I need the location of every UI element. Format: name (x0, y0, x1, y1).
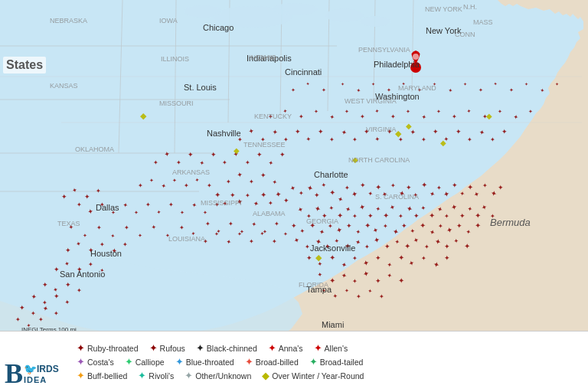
svg-text:✦: ✦ (398, 276, 404, 285)
svg-text:✦: ✦ (421, 136, 426, 143)
logo-idea-text: IDEA (24, 375, 59, 384)
svg-text:✦: ✦ (19, 304, 25, 312)
svg-text:✦: ✦ (260, 230, 265, 237)
svg-text:✦: ✦ (230, 191, 236, 199)
logo-b-letter: B (5, 360, 23, 387)
svg-text:✦: ✦ (194, 177, 200, 183)
legend-buff-bellied: ✦ Buff-bellied (77, 370, 127, 381)
svg-text:GEORGIA: GEORGIA (306, 217, 338, 225)
svg-text:✦: ✦ (31, 292, 38, 301)
rufous-icon: ✦ (149, 342, 158, 354)
svg-text:✦: ✦ (452, 113, 457, 120)
svg-text:✦: ✦ (364, 221, 371, 230)
svg-text:✦: ✦ (329, 188, 335, 197)
svg-text:✦: ✦ (188, 151, 194, 158)
svg-text:✦: ✦ (509, 87, 514, 93)
svg-text:MISSISSIPPI: MISSISSIPPI (201, 199, 242, 207)
svg-text:✦: ✦ (436, 185, 442, 191)
costas-label: Costa's (87, 358, 114, 367)
black-chinned-icon: ✦ (196, 342, 204, 354)
svg-text:✦: ✦ (404, 242, 410, 250)
svg-text:✦: ✦ (65, 247, 71, 254)
annas-icon: ✦ (268, 342, 276, 354)
svg-text:✦: ✦ (88, 261, 93, 268)
svg-text:Bermuda: Bermuda (490, 217, 531, 228)
other-label: Other/Unknown (195, 371, 251, 381)
svg-text:✦: ✦ (54, 292, 60, 300)
svg-text:St. Louis: St. Louis (184, 83, 217, 92)
legend-row-2: ✦ Costa's ✦ Calliope ✦ Blue-throated ✦ B… (77, 356, 582, 368)
other-icon: ✦ (185, 370, 193, 381)
svg-text:N.H.: N.H. (463, 3, 477, 11)
blue-throated-label: Blue-throated (186, 358, 234, 367)
svg-text:✦: ✦ (164, 150, 172, 158)
svg-point-20 (360, 16, 390, 27)
svg-text:✦: ✦ (379, 293, 384, 300)
svg-text:✦: ✦ (237, 171, 244, 179)
legend: B 🐦 IRDS IDEA ✦ Ruby-throated ✦ R (0, 331, 588, 392)
svg-text:S. CAROLINA: S. CAROLINA (375, 193, 419, 201)
birds-logo: B 🐦 IRDS IDEA (5, 360, 59, 387)
svg-text:✦: ✦ (501, 128, 508, 136)
svg-text:Jacksonville: Jacksonville (310, 243, 355, 253)
svg-text:San Antonio: San Antonio (60, 270, 105, 279)
svg-text:✦: ✦ (222, 159, 227, 166)
svg-text:✦: ✦ (268, 200, 273, 207)
svg-text:✦: ✦ (490, 136, 495, 143)
svg-text:✦: ✦ (306, 254, 312, 262)
legend-blue-throated: ✦ Blue-throated (175, 356, 234, 368)
svg-text:✦: ✦ (134, 210, 139, 215)
svg-text:MASS: MASS (473, 18, 493, 26)
svg-text:✦: ✦ (15, 316, 21, 323)
svg-point-18 (272, 3, 318, 15)
allens-label: Allen's (325, 344, 348, 353)
allens-icon: ✦ (314, 342, 322, 354)
svg-text:◆: ◆ (486, 112, 492, 120)
svg-text:✦: ✦ (65, 281, 71, 289)
svg-text:✦: ✦ (184, 182, 189, 189)
svg-text:✦: ✦ (179, 224, 185, 231)
svg-text:✦: ✦ (138, 233, 142, 238)
svg-text:✦: ✦ (168, 201, 174, 208)
svg-text:✦: ✦ (305, 243, 310, 250)
svg-text:✦: ✦ (375, 183, 381, 191)
svg-text:TEXAS: TEXAS (57, 220, 80, 227)
svg-text:VIRGINIA: VIRGINIA (366, 126, 397, 133)
svg-text:TENNESSEE: TENNESSEE (243, 141, 286, 149)
svg-text:✦: ✦ (249, 178, 254, 185)
svg-text:✦: ✦ (406, 184, 412, 191)
svg-text:✦: ✦ (444, 243, 450, 250)
over-winter-icon: ◆ (262, 370, 270, 381)
svg-text:◆: ◆ (315, 253, 322, 262)
svg-text:✦: ✦ (384, 243, 390, 250)
svg-text:✦: ✦ (421, 255, 426, 262)
svg-text:✦: ✦ (279, 151, 286, 158)
svg-text:LOUISIANA: LOUISIANA (168, 235, 205, 243)
svg-text:✦: ✦ (368, 212, 374, 220)
svg-text:✦: ✦ (83, 233, 87, 238)
svg-text:✦: ✦ (452, 181, 458, 189)
svg-text:◆: ◆ (234, 146, 240, 155)
legend-calliope: ✦ Calliope (125, 356, 165, 368)
buff-bellied-icon: ✦ (77, 370, 85, 381)
svg-text:✦: ✦ (375, 277, 381, 285)
svg-text:✦: ✦ (31, 310, 36, 317)
annas-label: Anna's (279, 344, 303, 353)
svg-text:Miami: Miami (322, 320, 344, 329)
svg-text:✦: ✦ (475, 211, 481, 220)
broad-tailed-icon: ✦ (309, 356, 318, 368)
svg-text:✦: ✦ (329, 253, 335, 262)
svg-text:✦: ✦ (249, 238, 254, 245)
svg-text:✦: ✦ (260, 172, 266, 179)
svg-text:Charlotte: Charlotte (314, 170, 348, 179)
svg-text:✦: ✦ (96, 224, 102, 231)
svg-text:NORTH CAROLINA: NORTH CAROLINA (348, 156, 410, 164)
svg-text:✦: ✦ (228, 220, 234, 227)
ruby-throated-icon: ✦ (77, 342, 85, 354)
svg-text:✦: ✦ (38, 316, 44, 323)
legend-annas: ✦ Anna's (268, 342, 303, 354)
svg-text:✦: ✦ (444, 254, 450, 262)
svg-text:✦: ✦ (318, 128, 324, 136)
svg-text:✦: ✦ (467, 183, 473, 191)
logo-irds-text: IRDS (37, 364, 59, 374)
